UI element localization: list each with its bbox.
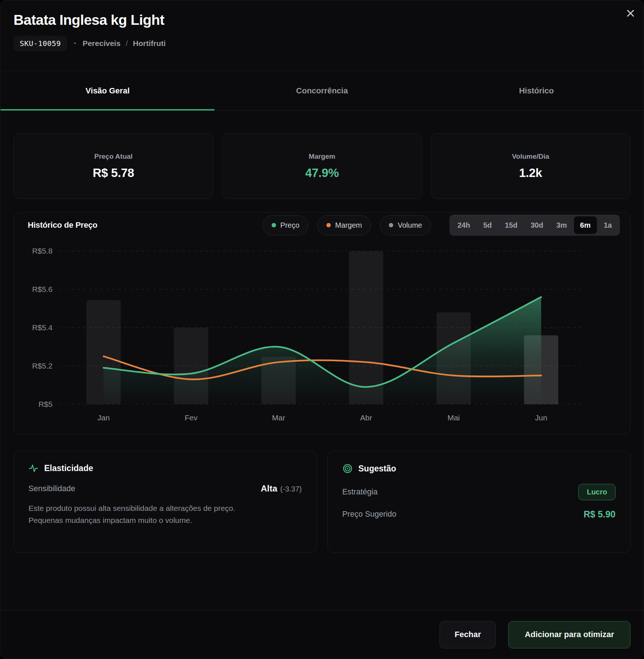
page-title: Batata Inglesa kg Light: [14, 12, 630, 28]
sku-badge: SKU-10059: [14, 36, 67, 51]
suggested-price-value: R$ 5.90: [583, 509, 616, 520]
close-button[interactable]: ×: [622, 4, 639, 22]
stat-card-volume-dia: Volume/Dia 1.2k: [431, 133, 630, 199]
range-button-5d[interactable]: 5d: [477, 216, 498, 234]
svg-text:R$5.4: R$5.4: [32, 323, 53, 332]
tab-concorrencia[interactable]: Concorrência: [215, 71, 429, 110]
stat-value: 47.9%: [305, 166, 339, 180]
legend-label: Preço: [280, 221, 299, 230]
svg-text:Jun: Jun: [535, 413, 547, 422]
tab-bar: Visão Geral Concorrência Histórico: [0, 71, 644, 111]
suggested-price-row: Preço Sugerido R$ 5.90: [342, 509, 616, 520]
chart-legend: Preço Margem Volume: [262, 215, 431, 235]
close-icon: ×: [625, 5, 636, 20]
svg-text:R$5.2: R$5.2: [32, 362, 53, 370]
add-to-optimize-button[interactable]: Adicionar para otimizar: [508, 621, 630, 648]
strategy-row: Estratégia Lucro: [342, 484, 616, 500]
insights-row: Elasticidade Sensibilidade Alta(-3.37) E…: [14, 451, 630, 553]
preco-dot-icon: [272, 223, 276, 227]
tab-historico[interactable]: Histórico: [429, 71, 644, 110]
fechar-button[interactable]: Fechar: [440, 621, 496, 648]
strategy-label: Estratégia: [342, 487, 378, 497]
elasticity-card: Elasticidade Sensibilidade Alta(-3.37) E…: [14, 451, 317, 553]
elasticity-header: Elasticidade: [28, 463, 302, 473]
stat-value: R$ 5.78: [93, 166, 134, 180]
elasticity-description: Este produto possui alta sensibilidade a…: [28, 502, 266, 526]
range-button-3m[interactable]: 3m: [550, 216, 573, 234]
modal-header: Batata Inglesa kg Light SKU-10059 • Pere…: [0, 0, 644, 71]
svg-text:Mai: Mai: [448, 413, 460, 422]
range-button-6m[interactable]: 6m: [574, 216, 597, 234]
meta-dot-separator: •: [74, 40, 76, 47]
svg-text:Jan: Jan: [97, 413, 110, 422]
stat-card-preco-atual: Preço Atual R$ 5.78: [14, 133, 213, 199]
range-button-15d[interactable]: 15d: [499, 216, 524, 234]
volume-dot-icon: [389, 223, 393, 227]
product-meta: SKU-10059 • Perecíveis / Hortifruti: [14, 36, 630, 51]
legend-chip-margem[interactable]: Margem: [317, 215, 371, 235]
stat-label: Volume/Dia: [512, 153, 549, 161]
activity-icon: [28, 463, 38, 473]
range-selector: 24h 5d 15d 30d 3m 6m 1a: [449, 215, 620, 236]
breadcrumb-separator: /: [126, 39, 128, 48]
breadcrumb: Perecíveis / Hortifruti: [83, 39, 166, 48]
svg-text:Abr: Abr: [360, 413, 372, 422]
stat-value: 1.2k: [519, 166, 542, 180]
margem-dot-icon: [326, 223, 331, 227]
tab-visao-geral[interactable]: Visão Geral: [0, 71, 215, 110]
stat-label: Preço Atual: [94, 153, 133, 161]
target-icon: [342, 463, 353, 474]
product-detail-modal: Batata Inglesa kg Light SKU-10059 • Pere…: [0, 0, 644, 659]
svg-text:R$5.6: R$5.6: [32, 285, 53, 293]
price-history-chart[interactable]: R$5.8R$5.6R$5.4R$5.2R$5JanFevMarAbrMaiJu…: [14, 212, 630, 434]
stat-card-margem: Margem 47.9%: [222, 133, 422, 199]
range-button-1a[interactable]: 1a: [598, 216, 618, 234]
sensitivity-detail: (-3.37): [280, 485, 302, 493]
strategy-badge: Lucro: [578, 484, 616, 500]
stat-label: Margem: [309, 153, 336, 161]
chart-header: Histórico de Preço Preço Margem Volume: [28, 215, 620, 236]
price-history-card: Histórico de Preço Preço Margem Volume: [14, 212, 630, 435]
modal-body: Preço Atual R$ 5.78 Margem 47.9% Volume/…: [0, 133, 644, 553]
suggestion-title: Sugestão: [359, 464, 396, 474]
breadcrumb-category: Perecíveis: [83, 39, 120, 48]
sensitivity-row: Sensibilidade Alta(-3.37): [28, 483, 302, 494]
sensitivity-value: Alta: [261, 483, 277, 493]
suggestion-header: Sugestão: [342, 463, 616, 474]
svg-text:R$5: R$5: [38, 400, 52, 408]
svg-text:R$5.8: R$5.8: [32, 247, 53, 255]
sensitivity-value-group: Alta(-3.37): [261, 483, 302, 494]
svg-text:Mar: Mar: [272, 413, 285, 422]
legend-chip-volume[interactable]: Volume: [380, 215, 431, 235]
range-button-24h[interactable]: 24h: [451, 216, 476, 234]
legend-label: Volume: [398, 221, 422, 230]
suggested-price-label: Preço Sugerido: [342, 510, 396, 519]
chart-title: Histórico de Preço: [28, 220, 97, 230]
suggestion-card: Sugestão Estratégia Lucro Preço Sugerido…: [327, 451, 631, 553]
legend-chip-preco[interactable]: Preço: [262, 215, 308, 235]
breadcrumb-subcategory: Hortifruti: [133, 39, 166, 48]
sensitivity-label: Sensibilidade: [28, 484, 75, 493]
range-button-30d[interactable]: 30d: [524, 216, 549, 234]
modal-footer: Fechar Adicionar para otimizar: [0, 610, 644, 659]
legend-label: Margem: [335, 221, 362, 230]
elasticity-title: Elasticidade: [44, 463, 93, 473]
stats-row: Preço Atual R$ 5.78 Margem 47.9% Volume/…: [14, 133, 630, 199]
svg-text:Fev: Fev: [185, 413, 198, 422]
